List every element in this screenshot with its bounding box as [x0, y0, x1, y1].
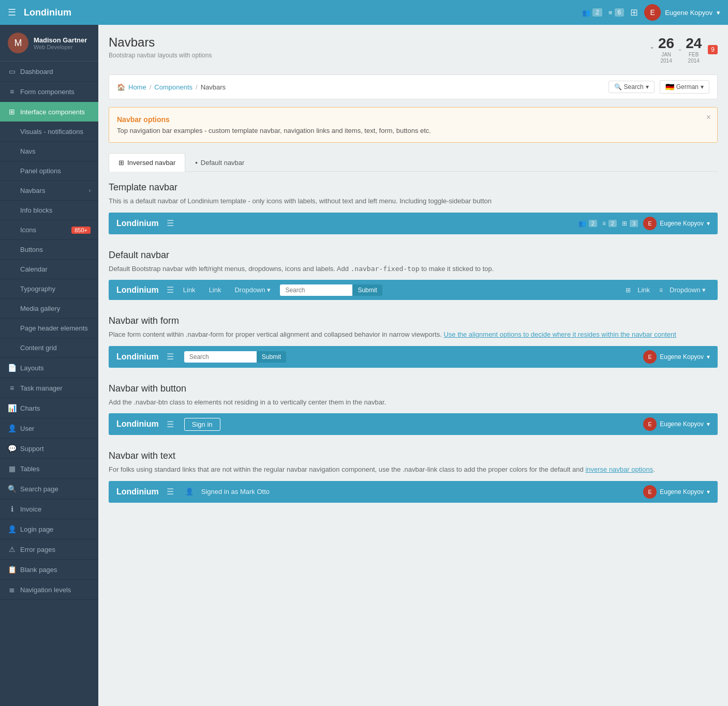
demo-grid-link[interactable]: Link: [633, 284, 654, 296]
search-dropdown-btn[interactable]: 🔍 Search ▾: [608, 81, 655, 93]
sidebar-item-user[interactable]: 👤User: [0, 418, 98, 439]
sidebar-item-panel-options[interactable]: Panel options: [0, 161, 98, 181]
sidebar-item-task-manager[interactable]: ≡Task manager: [0, 378, 98, 398]
sidebar-user: M Madison Gartner Web Developer: [0, 25, 98, 62]
header-users-badge[interactable]: 👥 2: [582, 8, 602, 17]
sidebar-label-search: Search page: [20, 485, 58, 493]
demo-signin-btn[interactable]: Sign in: [184, 418, 220, 431]
task-icon: ≡: [8, 384, 16, 392]
section-form-title: Navbar with form: [109, 316, 718, 326]
blank-icon: 📋: [8, 565, 16, 574]
sidebar-item-media-gallery[interactable]: Media gallery: [0, 299, 98, 319]
demo-user-chevron-3: ▾: [707, 353, 710, 360]
demo-badge-users: 👥 2: [578, 220, 597, 227]
demo-user-name-5: Eugene Kopyov: [660, 488, 704, 495]
breadcrumb-current: Navbars: [201, 83, 226, 91]
tab-inversed-navbar[interactable]: ⊞ Inversed navbar: [109, 153, 185, 172]
interface-icon: ⊞: [8, 108, 16, 116]
sidebar-item-typography[interactable]: Typography: [0, 279, 98, 299]
sidebar-item-invoice[interactable]: ℹInvoice: [0, 499, 98, 519]
sidebar-user-role: Web Developer: [34, 44, 87, 50]
sidebar-item-interface-components[interactable]: ⊞Interface components: [0, 102, 98, 122]
sidebar-item-tables[interactable]: ▦Tables: [0, 459, 98, 479]
sidebar-item-layouts[interactable]: 📄Layouts: [0, 358, 98, 378]
sidebar-item-dashboard[interactable]: ▭Dashboard: [0, 62, 98, 82]
demo-default-navbar: Londinium ☰ Link Link Dropdown ▾ Submit …: [109, 280, 718, 300]
demo-form-search-input[interactable]: [184, 351, 257, 363]
support-icon: 💬: [8, 444, 16, 453]
grid-icon[interactable]: ⊞: [630, 7, 638, 18]
sidebar-item-icons[interactable]: Icons 850+: [0, 220, 98, 240]
sidebar-item-charts[interactable]: 📊Charts: [0, 398, 98, 418]
section-text-title: Navbar with text: [109, 450, 718, 461]
tab-default-navbar[interactable]: ▪ Default navbar: [185, 153, 254, 172]
demo-form-submit-btn[interactable]: Submit: [257, 351, 286, 363]
main-content: Navbars Bootstrap navbar layouts with op…: [98, 25, 728, 706]
form-icon: ≡: [8, 87, 16, 96]
demo-grid-icon: ⊞: [622, 220, 627, 227]
language-dropdown-btn[interactable]: 🇩🇪 German ▾: [660, 80, 709, 94]
demo-brand-2: Londinium: [116, 286, 159, 295]
date-chevron: ˅: [650, 46, 654, 54]
demo-user-1[interactable]: E Eugene Kopyov ▾: [643, 217, 710, 230]
sidebar-label-charts: Charts: [20, 404, 40, 412]
sidebar-item-blank[interactable]: 📋Blank pages: [0, 560, 98, 580]
demo-dropdown-1[interactable]: Dropdown ▾: [230, 284, 275, 296]
demo-hamburger-4[interactable]: ☰: [167, 419, 174, 429]
sidebar-item-support[interactable]: 💬Support: [0, 439, 98, 459]
search-icon: 🔍: [614, 83, 622, 91]
header-user[interactable]: E Eugene Kopyov ▾: [644, 4, 720, 21]
sidebar-label-calendar: Calendar: [20, 265, 48, 273]
demo-user-chevron-5: ▾: [707, 488, 710, 495]
sidebar-item-login[interactable]: 👤Login page: [0, 519, 98, 539]
sidebar-item-calendar[interactable]: Calendar: [0, 260, 98, 279]
demo-badge-grid: ⊞ 3: [622, 220, 638, 227]
sidebar-item-form-components[interactable]: ≡Form components: [0, 82, 98, 102]
sidebar: M Madison Gartner Web Developer ▭Dashboa…: [0, 25, 98, 706]
sidebar-item-search[interactable]: 🔍Search page: [0, 479, 98, 499]
demo-hamburger-5[interactable]: ☰: [167, 487, 174, 497]
breadcrumb-components[interactable]: Components: [154, 83, 192, 91]
breadcrumb-bar: 🏠 Home / Components / Navbars 🔍 Search ▾…: [109, 74, 718, 99]
sidebar-item-info-blocks[interactable]: Info blocks: [0, 201, 98, 220]
search-label: Search: [624, 83, 644, 91]
demo-button-navbar: Londinium ☰ Sign in E Eugene Kopyov ▾: [109, 413, 718, 435]
hamburger-icon[interactable]: ☰: [8, 7, 16, 18]
demo-hamburger-1[interactable]: ☰: [167, 218, 174, 228]
sidebar-item-page-header[interactable]: Page header elements: [0, 319, 98, 338]
demo-user-3[interactable]: E Eugene Kopyov ▾: [643, 350, 710, 364]
alert-close-button[interactable]: ×: [706, 113, 711, 122]
alert-title: Navbar options: [117, 115, 709, 124]
demo-submit-btn[interactable]: Submit: [352, 284, 382, 296]
demo-hamburger-2[interactable]: ☰: [167, 285, 174, 295]
sidebar-item-content-grid[interactable]: Content grid: [0, 338, 98, 358]
alert-box: Navbar options Top navigation bar exampl…: [109, 107, 718, 143]
demo-link-1[interactable]: Link: [179, 284, 200, 296]
sidebar-item-visuals[interactable]: Visuals - notifications: [0, 122, 98, 142]
sidebar-item-error[interactable]: ⚠Error pages: [0, 539, 98, 560]
section-template-title: Template navbar: [109, 182, 718, 193]
sidebar-item-navbars[interactable]: Navbars ›: [0, 181, 98, 201]
section-navbar-button: Navbar with button Add the .navbar-btn c…: [109, 383, 718, 435]
demo-link-2[interactable]: Link: [205, 284, 226, 296]
sidebar-label-blank: Blank pages: [20, 566, 57, 574]
sidebar-item-buttons[interactable]: Buttons: [0, 240, 98, 260]
header-list-badge[interactable]: ≡ 6: [608, 8, 624, 17]
sidebar-label-support: Support: [20, 445, 44, 453]
demo-user-5[interactable]: E Eugene Kopyov ▾: [643, 485, 710, 499]
sidebar-item-navs[interactable]: Navs: [0, 142, 98, 161]
demo-list-dropdown[interactable]: Dropdown ▾: [665, 284, 710, 296]
demo-search-input[interactable]: [280, 284, 352, 296]
error-icon: ⚠: [8, 545, 16, 553]
date-badge: 9: [708, 45, 718, 54]
search-chevron: ▾: [646, 83, 649, 91]
demo-form-navbar: Londinium ☰ Submit E Eugene Kopyov ▾: [109, 346, 718, 368]
demo-user-name-3: Eugene Kopyov: [660, 353, 704, 360]
sidebar-item-nav-levels[interactable]: ≣Navigation levels: [0, 580, 98, 600]
list-icon: ≡: [608, 9, 613, 17]
demo-hamburger-3[interactable]: ☰: [167, 352, 174, 362]
sidebar-label-interface: Interface components: [20, 108, 85, 116]
sidebar-user-info: Madison Gartner Web Developer: [34, 36, 87, 50]
demo-user-4[interactable]: E Eugene Kopyov ▾: [643, 417, 710, 431]
breadcrumb-home[interactable]: Home: [128, 83, 146, 91]
